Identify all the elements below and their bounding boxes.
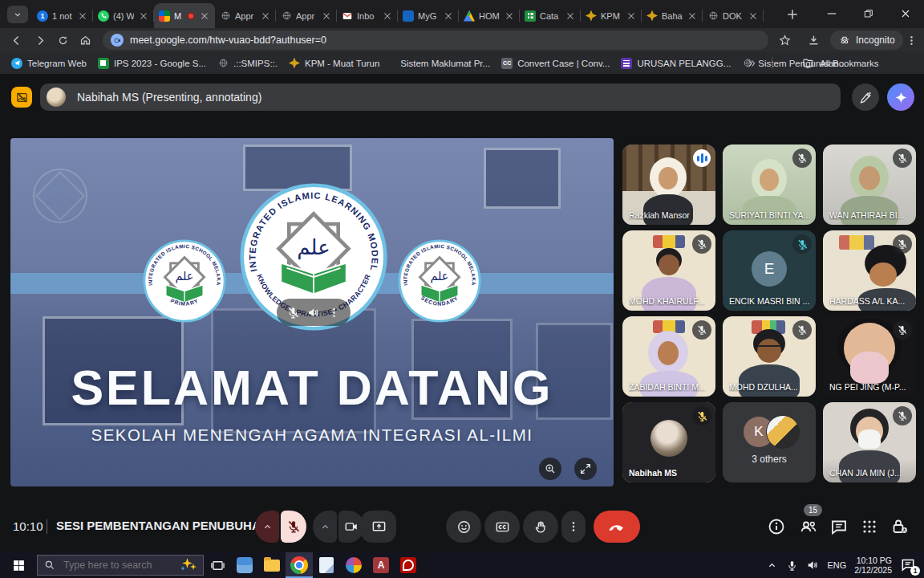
tray-expand-icon[interactable] — [766, 560, 778, 572]
all-bookmarks-button[interactable]: All Bookmarks — [802, 57, 879, 69]
close-tab-icon[interactable] — [626, 10, 637, 22]
paint-button[interactable] — [340, 552, 367, 578]
images-blocked-button[interactable] — [11, 87, 32, 108]
chrome-button[interactable] — [286, 552, 313, 578]
tab-whatsapp[interactable]: (4) W — [93, 3, 154, 28]
minimize-button[interactable] — [813, 0, 850, 26]
meeting-details-button[interactable] — [767, 517, 786, 536]
tab-mygov[interactable]: MyG — [398, 3, 459, 28]
new-tab-button[interactable] — [784, 6, 800, 22]
participant-tile[interactable]: E ENCIK MASRI BIN ... — [723, 230, 816, 311]
start-button[interactable] — [0, 552, 37, 578]
language-indicator[interactable]: ENG — [827, 560, 846, 570]
bookmark-convert-case[interactable]: CCConvert Case | Conv... — [501, 58, 610, 69]
tab-search-button[interactable] — [7, 6, 28, 23]
participant-tile[interactable]: WAN ATHIRAH BI... — [823, 144, 916, 225]
end-call-button[interactable] — [594, 511, 640, 543]
bookmarks-overflow-button[interactable] — [746, 58, 757, 69]
restore-button[interactable] — [850, 0, 887, 26]
clock[interactable]: 10:10 PG2/12/2025 — [854, 556, 892, 575]
close-tab-icon[interactable] — [687, 10, 698, 22]
mic-toggle-button[interactable] — [281, 511, 306, 543]
close-tab-icon[interactable] — [138, 10, 149, 22]
close-tab-icon[interactable] — [199, 10, 210, 22]
camera-options-button[interactable] — [313, 511, 337, 543]
close-tab-icon[interactable] — [321, 10, 332, 22]
access-button[interactable]: A — [367, 552, 395, 578]
participant-tile[interactable]: ZABIDAH BINTI M... — [622, 316, 715, 397]
more-options-button[interactable] — [561, 511, 586, 543]
more-options-icon[interactable] — [327, 306, 341, 320]
close-tab-icon[interactable] — [504, 10, 515, 22]
file-explorer-button[interactable] — [258, 552, 286, 578]
notes-button[interactable] — [313, 552, 340, 578]
browser-menu-button[interactable] — [902, 31, 921, 50]
bookmark-sistem-maklumat[interactable]: Sistem Maklumat Pr... — [400, 59, 490, 68]
tab-notification[interactable]: 11 not — [32, 3, 93, 28]
close-tab-icon[interactable] — [443, 10, 454, 22]
bookmark-telegram[interactable]: Telegram Web — [11, 58, 87, 69]
tab-kpm[interactable]: KPM — [581, 3, 642, 28]
tray-mic-icon[interactable] — [786, 560, 798, 572]
speaker-icon[interactable] — [306, 306, 320, 320]
close-tab-icon[interactable] — [260, 10, 271, 22]
expand-button[interactable] — [574, 458, 597, 480]
mic-options-button[interactable] — [255, 511, 279, 543]
close-window-button[interactable] — [887, 0, 924, 26]
close-tab-icon[interactable] — [77, 10, 88, 22]
close-tab-icon[interactable] — [748, 10, 759, 22]
chat-button[interactable] — [829, 517, 849, 536]
participant-tile-self[interactable]: Nabihah MS — [622, 402, 715, 482]
close-tab-icon[interactable] — [565, 10, 576, 22]
forward-button[interactable] — [30, 31, 50, 50]
reload-button[interactable] — [53, 31, 72, 50]
home-button[interactable] — [75, 31, 95, 50]
downloads-button[interactable] — [804, 31, 823, 50]
present-button[interactable] — [361, 511, 396, 543]
tab-approval-1[interactable]: Appr — [215, 3, 276, 28]
participant-tile[interactable]: SURIYATI BINTI YA... — [723, 144, 816, 225]
host-controls-button[interactable] — [890, 517, 910, 536]
tab-sheets[interactable]: Cata — [520, 3, 581, 28]
back-button[interactable] — [6, 31, 26, 50]
participant-tile[interactable]: CHAN JIA MIN (J... — [823, 402, 916, 482]
acrobat-button[interactable] — [395, 552, 422, 578]
notification-center-button[interactable]: 1 — [900, 556, 918, 574]
activities-button[interactable] — [860, 517, 879, 536]
reactions-button[interactable] — [446, 511, 481, 543]
bookmark-smips[interactable]: .::SMIPS::. — [217, 58, 278, 69]
tab-drive[interactable]: HOM — [459, 3, 520, 28]
calculator-button[interactable] — [231, 552, 258, 578]
tray-volume-icon[interactable] — [806, 559, 819, 572]
annotation-button[interactable] — [852, 83, 879, 111]
mic-off-icon[interactable] — [286, 306, 300, 320]
captions-button[interactable] — [484, 511, 520, 543]
system-tray: ENG 10:10 PG2/12/2025 1 — [766, 552, 924, 578]
bookmark-kpm[interactable]: KPM - Muat Turun — [289, 58, 379, 69]
bookmark-star-button[interactable] — [775, 31, 794, 50]
participant-tile[interactable]: HARDASS A/L KA... — [823, 230, 916, 311]
presenter-banner[interactable]: Nabihah MS (Presenting, annotating) — [40, 83, 841, 111]
participant-tile[interactable]: Razkiah Mansor — [622, 144, 715, 225]
taskbar-search[interactable] — [37, 555, 204, 576]
people-button[interactable] — [799, 517, 818, 536]
bookmark-urusan[interactable]: URUSAN PELANGG... — [621, 58, 731, 69]
zoom-in-button[interactable] — [539, 458, 561, 480]
search-input[interactable] — [62, 559, 174, 572]
tab-inbox[interactable]: Inbo — [337, 3, 398, 28]
address-bar[interactable]: meet.google.com/htw-vuao-bdd?authuser=0 — [103, 31, 768, 50]
bookmark-ips[interactable]: IPS 2023 - Google S... — [98, 58, 206, 69]
shared-presentation[interactable]: علم INTEGRATED ISLAMIC SCHOOL MELAKA PRI… — [10, 138, 614, 486]
close-tab-icon[interactable] — [382, 10, 393, 22]
tab-bahagian[interactable]: Baha — [642, 3, 703, 28]
participant-tile[interactable]: NG PEI JING (M-P... — [823, 316, 916, 397]
participant-tile[interactable]: MOHD DZULHA... — [723, 316, 816, 397]
participant-tile-others[interactable]: K 3 others — [723, 402, 816, 482]
tab-dokumen[interactable]: DOK — [703, 3, 764, 28]
participant-tile[interactable]: MOHD KHAIRULF... — [622, 230, 715, 311]
raise-hand-button[interactable] — [523, 511, 558, 543]
task-view-button[interactable] — [204, 552, 231, 578]
gemini-button[interactable] — [887, 83, 914, 111]
tab-meet-active[interactable]: M — [154, 3, 215, 28]
tab-approval-2[interactable]: Appr — [276, 3, 337, 28]
